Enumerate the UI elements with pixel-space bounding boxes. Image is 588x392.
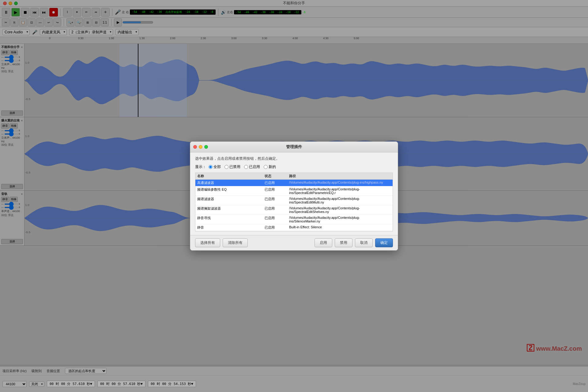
filter-enabled[interactable]: 已启用	[244, 164, 260, 170]
modal-title-bar: 管理插件	[190, 142, 398, 152]
plugin-5-name: 静音	[197, 225, 265, 230]
modal-description: 选中效果器，点击启用或者禁用按钮，然后点确定。	[195, 156, 393, 161]
cancel-button[interactable]: 取消	[355, 238, 373, 247]
plugin-row-6[interactable]: 震音 已启用 /Volumes/Audacity/Audacity.app/Co…	[195, 231, 393, 231]
plugin-row-4[interactable]: 静音寻找 已启用 /Volumes/Audacity/Audacity.app/…	[195, 215, 393, 224]
filter-new-radio[interactable]	[264, 165, 268, 169]
plugin-0-name: 高通滤波器	[197, 181, 265, 185]
enable-button[interactable]: 启用	[315, 238, 332, 247]
filter-radio-group: 全部 已禁用 已启用 新的	[209, 164, 276, 170]
plugin-4-path: /Volumes/Audacity/Audacity.app/Contents/…	[289, 216, 391, 223]
plugin-3-status: 已启用	[265, 206, 289, 214]
modal-title: 管理插件	[286, 144, 302, 150]
modal-body: 选中效果器，点击启用或者禁用按钮，然后点确定。 显示： 全部 已禁用 已启用	[190, 152, 398, 235]
plugin-2-path: /Volumes/Audacity/Audacity.app/Contents/…	[289, 197, 391, 204]
modal-max-button[interactable]	[204, 145, 208, 149]
plugin-row-2[interactable]: 频谱滤波器 已启用 /Volumes/Audacity/Audacity.app…	[195, 196, 393, 205]
plugin-4-status: 已启用	[265, 216, 289, 223]
filter-new[interactable]: 新的	[264, 164, 276, 170]
filter-new-label: 新的	[269, 164, 276, 170]
plugin-0-path: /Volumes/Audacity/Audacity.app/Contents/…	[289, 181, 391, 185]
modal-filter-row: 显示： 全部 已禁用 已启用	[195, 164, 393, 170]
plugin-1-name: 频谱编辑参数性 EQ	[197, 187, 265, 195]
modal-footer-left: 选择所有 清除所有	[195, 238, 248, 247]
modal-footer-right: 启用 禁用 取消 确定	[315, 238, 393, 247]
filter-disabled-radio[interactable]	[224, 165, 228, 169]
plugin-5-path: Built-in Effect: Silence	[289, 225, 391, 230]
plugin-0-status: 已启用	[265, 181, 289, 185]
filter-all-radio[interactable]	[209, 165, 213, 169]
plugin-row-3[interactable]: 频谱搁架滤波器 已启用 /Volumes/Audacity/Audacity.a…	[195, 205, 393, 215]
clear-all-button[interactable]: 清除所有	[223, 238, 248, 247]
plugin-3-name: 频谱搁架滤波器	[197, 206, 265, 214]
col-name-header: 名称	[197, 174, 265, 178]
filter-all[interactable]: 全部	[209, 164, 221, 170]
ok-button[interactable]: 确定	[375, 238, 393, 247]
plugin-4-name: 静音寻找	[197, 216, 265, 223]
modal-footer: 选择所有 清除所有 启用 禁用 取消 确定	[190, 235, 398, 250]
plugin-row-1[interactable]: 频谱编辑参数性 EQ 已启用 /Volumes/Audacity/Audacit…	[195, 186, 393, 196]
plugin-2-status: 已启用	[265, 197, 289, 204]
plugin-3-path: /Volumes/Audacity/Audacity.app/Contents/…	[289, 206, 391, 214]
select-all-button[interactable]: 选择所有	[195, 238, 220, 247]
filter-enabled-radio[interactable]	[244, 165, 248, 169]
modal-close-button[interactable]	[193, 145, 197, 149]
filter-disabled[interactable]: 已禁用	[224, 164, 240, 170]
col-status-header: 状态	[265, 174, 289, 178]
modal-window-controls	[193, 145, 208, 149]
plugin-row-5[interactable]: 静音 已启用 Built-in Effect: Silence	[195, 224, 393, 231]
plugin-1-path: /Volumes/Audacity/Audacity.app/Contents/…	[289, 187, 391, 195]
col-path-header: 路径	[289, 174, 391, 178]
plugin-5-status: 已启用	[265, 225, 289, 230]
filter-all-label: 全部	[213, 164, 221, 170]
plugins-table-header: 名称 状态 路径	[195, 173, 393, 179]
plugin-row-0[interactable]: 高通滤波器 已启用 /Volumes/Audacity/Audacity.app…	[195, 180, 393, 186]
modal-overlay[interactable]: 管理插件 选中效果器，点击启用或者禁用按钮，然后点确定。 显示： 全部 已禁用	[0, 0, 588, 392]
filter-disabled-label: 已禁用	[229, 164, 240, 170]
filter-label: 显示：	[195, 164, 206, 170]
filter-enabled-label: 已启用	[249, 164, 260, 170]
modal-min-button[interactable]	[199, 145, 202, 149]
disable-button[interactable]: 禁用	[335, 238, 352, 247]
plugin-2-name: 频谱滤波器	[197, 197, 265, 204]
plugins-table-body[interactable]: 高通滤波器 已启用 /Volumes/Audacity/Audacity.app…	[195, 179, 393, 231]
plugin-1-status: 已启用	[265, 187, 289, 195]
manage-plugins-modal: 管理插件 选中效果器，点击启用或者禁用按钮，然后点确定。 显示： 全部 已禁用	[190, 141, 398, 251]
